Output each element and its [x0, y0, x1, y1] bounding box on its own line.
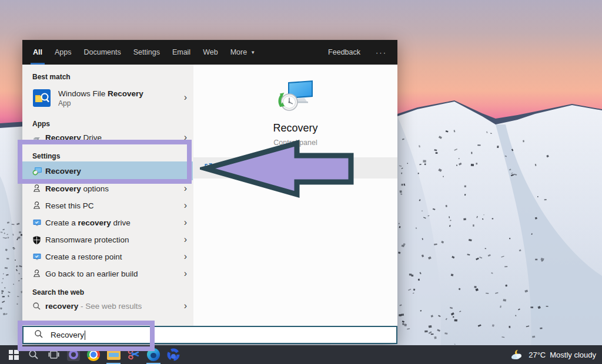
- open-action-button[interactable]: Open: [193, 157, 397, 178]
- chevron-right-icon[interactable]: ›: [179, 201, 187, 211]
- search-icon: [28, 349, 39, 360]
- open-icon: [204, 163, 213, 173]
- chevron-right-icon[interactable]: ›: [179, 218, 187, 228]
- result-recovery-drive[interactable]: Recovery Drive ›: [22, 129, 193, 146]
- task-view-icon: [48, 350, 59, 359]
- section-header-settings: Settings: [22, 146, 193, 161]
- more-dropdown-icon: ▼: [250, 50, 255, 55]
- result-windows-file-recovery[interactable]: Windows File Recovery App ›: [22, 82, 193, 114]
- tab-all[interactable]: All: [33, 40, 42, 65]
- search-input[interactable]: Recovery: [22, 326, 397, 344]
- preview-pane: Recovery Control panel Open: [193, 65, 397, 326]
- photos-app-button[interactable]: [63, 345, 83, 364]
- file-explorer-icon: [107, 349, 121, 360]
- file-explorer-button[interactable]: [103, 345, 123, 364]
- tab-settings[interactable]: Settings: [133, 40, 160, 65]
- result-create-recovery-drive[interactable]: Create a recovery drive ›: [22, 214, 193, 231]
- preview-app-title: Recovery: [273, 122, 317, 134]
- weather-widget[interactable]: 27°C Mostly cloudy: [510, 349, 602, 360]
- chevron-right-icon[interactable]: ›: [179, 133, 187, 143]
- photos-app-icon: [67, 348, 80, 361]
- windows-file-recovery-icon: [32, 89, 58, 107]
- search-icon: [34, 329, 44, 341]
- snipping-tool-button[interactable]: [123, 345, 143, 364]
- edge-button[interactable]: [143, 345, 163, 364]
- reset-device-icon: [32, 184, 45, 193]
- chevron-right-icon[interactable]: ›: [179, 184, 187, 194]
- section-header-best-match: Best match: [22, 69, 193, 82]
- shield-icon: [32, 235, 45, 245]
- section-header-apps: Apps: [22, 114, 193, 129]
- blue-app-icon: [167, 348, 180, 361]
- preview-app-subtitle: Control panel: [273, 139, 317, 147]
- chevron-right-icon[interactable]: ›: [179, 252, 187, 262]
- result-recovery-options[interactable]: Recovery options ›: [22, 180, 193, 197]
- result-recovery-selected[interactable]: Recovery: [22, 161, 193, 180]
- chrome-icon: [87, 348, 100, 361]
- search-flyout-panel: All Apps Documents Settings Email Web Mo…: [22, 40, 397, 344]
- tab-apps[interactable]: Apps: [55, 40, 72, 65]
- weather-temp: 27°C: [529, 350, 546, 359]
- recovery-app-icon: [274, 77, 317, 116]
- result-web-search[interactable]: recovery - See web results ›: [22, 298, 193, 315]
- chevron-right-icon[interactable]: ›: [179, 301, 187, 312]
- result-create-restore-point[interactable]: Create a restore point ›: [22, 248, 193, 265]
- search-input-value: Recovery: [51, 331, 84, 339]
- recovery-settings-icon: [32, 167, 45, 176]
- weather-icon: [510, 349, 524, 360]
- result-subtitle: App: [58, 99, 179, 107]
- start-button[interactable]: [4, 345, 24, 364]
- results-list: Best match Windows File Recovery App › A…: [22, 65, 193, 326]
- task-view-button[interactable]: [44, 345, 63, 364]
- result-reset-this-pc[interactable]: Reset this PC ›: [22, 197, 193, 214]
- tab-documents[interactable]: Documents: [83, 40, 121, 65]
- search-tabs-bar: All Apps Documents Settings Email Web Mo…: [22, 40, 397, 65]
- result-ransomware-protection[interactable]: Ransomware protection ›: [22, 231, 193, 248]
- chevron-right-icon[interactable]: ›: [179, 235, 187, 245]
- text-caret: [85, 331, 85, 340]
- recovery-drive-icon: [32, 133, 45, 143]
- edge-icon: [147, 348, 160, 361]
- monitor-check-icon: [32, 252, 45, 261]
- chrome-button[interactable]: [83, 345, 103, 364]
- monitor-check-icon: [32, 218, 45, 227]
- chevron-right-icon[interactable]: ›: [179, 93, 187, 103]
- reset-device-icon: [32, 201, 45, 210]
- blue-app-button[interactable]: [163, 345, 183, 364]
- snipping-tool-icon: [127, 348, 140, 361]
- tab-more[interactable]: More▼: [230, 40, 255, 65]
- taskbar: 27°C Mostly cloudy: [0, 345, 602, 364]
- reset-device-icon: [32, 269, 45, 278]
- chevron-right-icon[interactable]: ›: [179, 269, 187, 279]
- tab-email[interactable]: Email: [172, 40, 190, 65]
- tab-web[interactable]: Web: [203, 40, 218, 65]
- feedback-button[interactable]: Feedback: [328, 48, 360, 56]
- section-header-search-web: Search the web: [22, 282, 193, 298]
- weather-condition: Mostly cloudy: [550, 350, 596, 359]
- windows-logo-icon: [9, 350, 19, 360]
- search-icon: [32, 302, 45, 311]
- overflow-menu-icon[interactable]: ···: [376, 48, 387, 57]
- result-go-back-earlier-build[interactable]: Go back to an earlier build ›: [22, 265, 193, 282]
- taskbar-search-button[interactable]: [24, 345, 44, 364]
